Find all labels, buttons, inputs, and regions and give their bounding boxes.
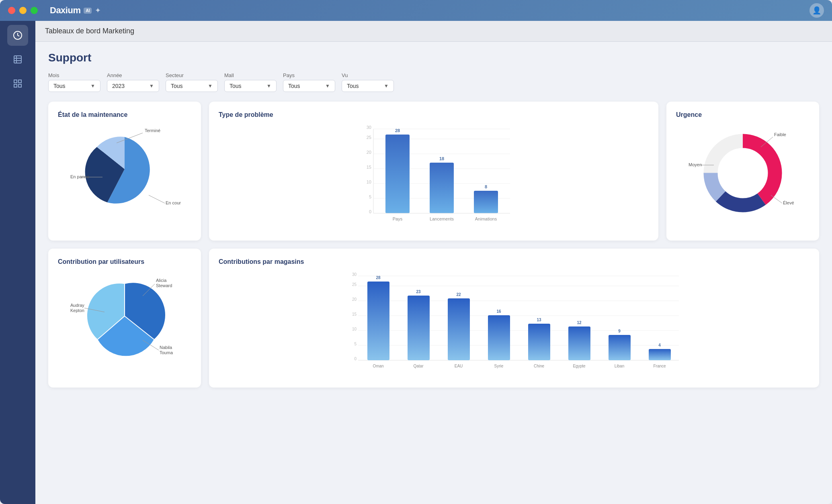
svg-text:20: 20 [367,150,371,155]
contribution-title: Contribution par utilisateurs [58,258,191,265]
svg-text:23: 23 [416,290,421,294]
vu-label: Vu [342,72,394,78]
chart-contributions-magasins: Contributions par magasins 0 5 [209,249,819,388]
svg-rect-7 [14,84,17,87]
user-avatar[interactable]: 👤 [809,3,824,18]
svg-text:16: 16 [496,309,501,314]
svg-text:5: 5 [354,342,357,346]
filter-vu: Vu Tous ▼ [342,72,394,92]
chevron-down-icon: ▼ [384,83,389,89]
svg-rect-91 [568,326,590,360]
chevron-down-icon: ▼ [90,83,95,89]
svg-text:30: 30 [352,272,357,277]
svg-text:Élevé: Élevé [783,200,794,205]
chevron-down-icon: ▼ [266,83,271,89]
vu-select[interactable]: Tous ▼ [342,80,394,92]
minimize-button[interactable] [19,7,27,14]
svg-text:4: 4 [658,343,661,347]
magasins-title: Contributions par magasins [219,258,809,265]
svg-rect-76 [367,282,389,360]
filter-pays: Pays Tous ▼ [283,72,335,92]
pays-select[interactable]: Tous ▼ [283,80,335,92]
chevron-down-icon: ▼ [208,83,213,89]
app-logo: Daxium AI ✦ [50,5,101,16]
mois-label: Mois [48,72,100,78]
svg-text:28: 28 [376,275,381,280]
svg-text:Qatar: Qatar [413,364,424,368]
logo-dot: ✦ [95,6,101,15]
chart-urgence: Urgence [666,102,819,241]
svg-text:30: 30 [367,125,371,130]
chart-contribution-utilisateurs: Contribution par utilisateurs [48,249,201,388]
svg-rect-35 [474,191,498,213]
type-probleme-chart: 0 5 10 15 20 25 30 [219,125,649,229]
svg-text:10: 10 [352,327,357,331]
svg-text:Lancements: Lancements [430,216,454,221]
svg-text:Steward: Steward [156,283,172,288]
svg-text:9: 9 [618,329,621,333]
secteur-select[interactable]: Tous ▼ [166,80,218,92]
svg-text:18: 18 [439,156,444,161]
close-button[interactable] [8,7,15,14]
svg-rect-32 [430,163,454,213]
chevron-down-icon: ▼ [325,83,330,89]
svg-text:12: 12 [577,320,582,325]
svg-text:Oman: Oman [373,364,383,368]
svg-text:25: 25 [352,282,357,287]
app-name: Daxium [50,5,80,16]
svg-text:15: 15 [367,165,371,169]
charts-bottom-row: Contribution par utilisateurs [48,249,819,388]
svg-text:8: 8 [485,184,487,189]
svg-rect-94 [609,335,631,360]
filter-mois: Mois Tous ▼ [48,72,100,92]
svg-text:Animations: Animations [475,216,497,221]
svg-text:En cours: En cours [166,200,181,205]
svg-text:13: 13 [537,318,541,322]
svg-text:10: 10 [367,180,371,184]
etat-title: État de la maintenance [58,111,191,118]
maximize-button[interactable] [31,7,38,14]
svg-text:Alicia: Alicia [156,278,167,283]
app-body: Tableaux de bord Marketing Support Mois … [0,21,832,504]
svg-text:Egypte: Egypte [573,364,586,368]
svg-text:15: 15 [352,312,357,316]
svg-text:5: 5 [369,194,371,199]
svg-rect-6 [18,80,21,83]
chart-etat-maintenance: État de la maintenance [48,102,201,241]
chart-type-probleme: Type de problème 0 5 10 15 20 25 30 [209,102,658,241]
svg-rect-8 [18,84,21,87]
filters-row: Mois Tous ▼ Année 2023 ▼ [48,72,819,92]
svg-text:Moyen: Moyen [689,162,702,167]
mall-select[interactable]: Tous ▼ [224,80,277,92]
svg-text:Syrie: Syrie [494,364,504,368]
svg-text:Kepton: Kepton [70,308,84,313]
svg-rect-85 [488,315,510,360]
page-title: Support [48,51,819,64]
filter-annee: Année 2023 ▼ [107,72,159,92]
filter-secteur: Secteur Tous ▼ [166,72,218,92]
dashboard: Support Mois Tous ▼ Année 2023 [35,42,832,504]
filter-mall: Mall Tous ▼ [224,72,277,92]
svg-text:Audray: Audray [70,303,84,308]
svg-text:France: France [653,364,666,368]
type-probleme-title: Type de problème [219,111,649,118]
sidebar-item-table[interactable] [7,49,28,70]
urgence-title: Urgence [676,111,809,118]
mois-select[interactable]: Tous ▼ [48,80,100,92]
sidebar-item-grid[interactable] [7,73,28,94]
svg-text:EAU: EAU [455,364,463,368]
svg-line-48 [771,195,782,203]
svg-text:20: 20 [352,297,357,302]
svg-text:Liban: Liban [615,364,624,368]
annee-select[interactable]: 2023 ▼ [107,80,159,92]
svg-rect-29 [385,135,410,213]
sidebar-item-clock[interactable] [7,25,28,46]
svg-text:25: 25 [367,135,371,140]
secteur-label: Secteur [166,72,218,78]
svg-text:0: 0 [369,209,371,214]
svg-text:Nabila: Nabila [160,345,172,350]
svg-text:En panne: En panne [70,174,89,179]
main-content: Tableaux de bord Marketing Support Mois … [35,21,832,504]
charts-top-row: État de la maintenance [48,102,819,241]
svg-text:Pays: Pays [393,216,403,221]
